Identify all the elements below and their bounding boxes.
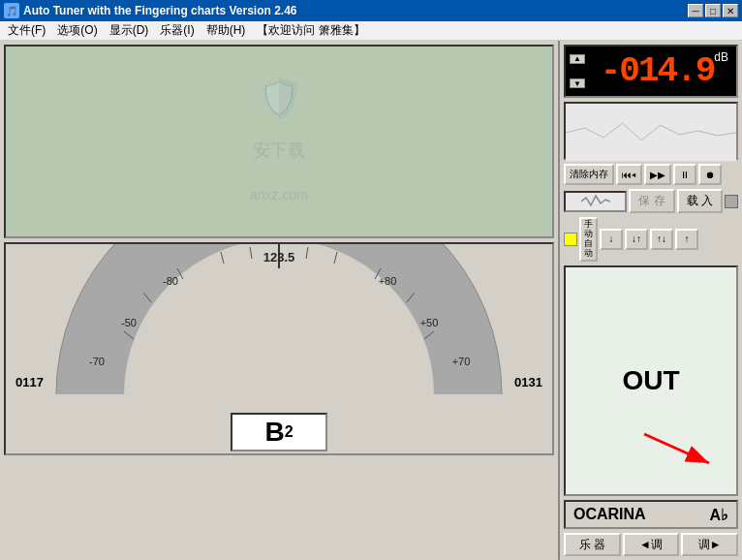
arrow-indicator [639, 429, 717, 475]
maximize-button[interactable]: □ [705, 4, 721, 17]
manual-auto-button[interactable]: 手动自动 [579, 217, 598, 262]
title-text: Auto Tuner with the Fingering charts Ver… [23, 4, 297, 17]
menu-welcome[interactable]: 【欢迎访问 箫雅集】 [251, 20, 370, 41]
app-icon: 🎵 [4, 3, 19, 18]
bottom-btn-row: 乐 器 ◄调 调► [564, 533, 738, 556]
level-row: 手动自动 ↓ ↓↑ ↑↓ ↑ [564, 217, 738, 262]
load-button[interactable]: 载 入 [677, 189, 723, 213]
down-btn-1[interactable]: ↓ [600, 229, 623, 250]
svg-text:-80: -80 [163, 275, 178, 287]
up-btn[interactable]: ↑ [675, 229, 698, 250]
rewind-button[interactable]: ⏮◀ [616, 164, 642, 185]
gauge-left-label: 0117 [15, 375, 44, 389]
tuner-gauge: 123.5 -80 -50 -70 +80 +50 +70 0117 0131 [4, 242, 554, 455]
menu-options[interactable]: 选项(O) [51, 20, 103, 41]
gauge-side-labels: 0117 0131 [6, 375, 552, 389]
instrument-display: OCARINA A♭ [564, 500, 738, 529]
svg-text:+80: +80 [379, 275, 397, 287]
svg-text:-70: -70 [89, 356, 105, 367]
transport-row: 清除内存 ⏮◀ ▶▶ ⏸ ⏺ [564, 164, 738, 185]
db-down-button[interactable]: ▼ [570, 78, 585, 88]
down-up-btn[interactable]: ↓↑ [625, 229, 648, 250]
watermark: 🛡️安下载anxz.com [250, 76, 308, 208]
svg-text:+50: +50 [420, 317, 439, 328]
clear-memory-button[interactable]: 清除内存 [564, 164, 614, 185]
note-letter: B [264, 417, 284, 448]
right-panel: ▲ ▼ -014.9 dB 清除内存 ⏮◀ ▶▶ ⏸ ⏺ [558, 41, 742, 560]
fast-forward-button[interactable]: ▶▶ [644, 164, 671, 185]
db-meter: ▲ ▼ -014.9 dB [564, 45, 738, 98]
title-bar: 🎵 Auto Tuner with the Fingering charts V… [0, 0, 742, 21]
menu-help[interactable]: 帮助(H) [201, 20, 252, 41]
instrument-select-button[interactable]: 乐 器 [564, 533, 621, 556]
gauge-right-label: 0131 [514, 375, 542, 389]
tune-up-button[interactable]: 调► [681, 533, 738, 556]
pause-button[interactable]: ⏸ [673, 164, 696, 185]
menu-instrument[interactable]: 乐器(I) [154, 20, 200, 41]
menu-bar: 文件(F) 选项(O) 显示(D) 乐器(I) 帮助(H) 【欢迎访问 箫雅集】 [0, 21, 742, 41]
instrument-note: A♭ [709, 506, 728, 524]
minimize-button[interactable]: ─ [688, 4, 703, 17]
tune-down-button[interactable]: ◄调 [623, 533, 680, 556]
waveform-display: 🛡️安下载anxz.com [4, 45, 554, 238]
svg-text:123.5: 123.5 [263, 250, 295, 264]
save-load-row: 保 存 载 入 [564, 189, 738, 213]
note-subscript: 2 [285, 423, 294, 441]
db-up-button[interactable]: ▲ [570, 54, 585, 64]
up-down-btn[interactable]: ↑↓ [650, 229, 673, 250]
save-button[interactable]: 保 存 [629, 189, 674, 213]
db-unit: dB [714, 50, 728, 64]
output-label: OUT [622, 365, 679, 396]
svg-text:-50: -50 [121, 317, 137, 328]
menu-display[interactable]: 显示(D) [104, 20, 155, 41]
level-indicator [564, 233, 577, 246]
menu-file[interactable]: 文件(F) [2, 20, 51, 41]
main-content: 🛡️安下载anxz.com [0, 41, 742, 560]
close-button[interactable]: ✕ [723, 4, 738, 17]
note-display: B 2 [231, 413, 327, 451]
gauge-bottom-controls: B 2 ▼ A:440 ▲ . ▲ Hz [220, 413, 339, 455]
instrument-name: OCARINA [573, 506, 646, 523]
gauge-arc-area: 123.5 -80 -50 -70 +80 +50 +70 0117 0131 [6, 244, 552, 409]
record-button[interactable]: ⏺ [698, 164, 722, 185]
window-controls: ─ □ ✕ [688, 4, 738, 17]
svg-text:+70: +70 [452, 356, 471, 367]
svg-line-20 [644, 434, 709, 463]
db-value: -014.9 [601, 51, 715, 91]
output-display: OUT [564, 265, 738, 496]
db-arrows: ▲ ▼ [570, 47, 585, 96]
waveform-right-display [564, 102, 738, 160]
left-panel: 🛡️安下载anxz.com [0, 41, 558, 560]
